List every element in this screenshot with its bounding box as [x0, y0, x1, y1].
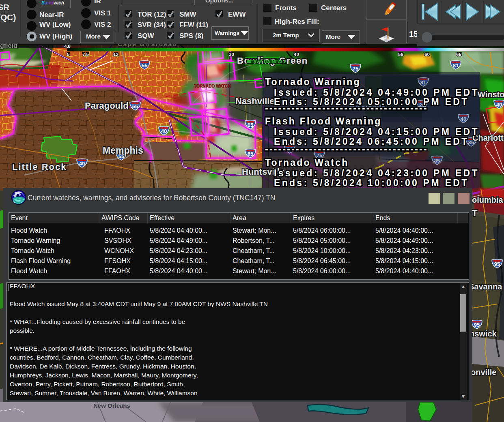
svg-text:55: 55	[132, 103, 138, 109]
svg-text:40: 40	[461, 116, 466, 122]
svg-text:60: 60	[424, 52, 430, 57]
svg-text:TORNADO WATCH: TORNADO WATCH	[194, 84, 231, 88]
svg-text:Ends: 5/8/2024 10:00:00 PM EDT: Ends: 5/8/2024 10:00:00 PM EDT	[274, 178, 469, 188]
svg-text:Tornado Warning: Tornado Warning	[265, 77, 361, 87]
svg-text:T: T	[472, 208, 478, 218]
svg-text:55: 55	[142, 62, 147, 69]
svg-text:------------------------------: -------------------------------------	[265, 144, 428, 154]
svg-text:Issued: 5/8/2024 04:15:00 PM E: Issued: 5/8/2024 04:15:00 PM EDT	[274, 126, 479, 137]
svg-text:4.8: 4.8	[64, 44, 71, 49]
svg-text:81: 81	[453, 62, 459, 69]
svg-text:56: 56	[398, 52, 403, 57]
svg-text:30: 30	[229, 52, 234, 57]
svg-text:65: 65	[248, 151, 253, 157]
svg-text:Paragould: Paragould	[85, 101, 129, 111]
svg-text:7.5: 7.5	[82, 52, 89, 57]
svg-text:65: 65	[456, 52, 461, 57]
svg-text:gfield: gfield	[0, 43, 17, 49]
svg-text:Tornado Watch: Tornado Watch	[265, 157, 349, 168]
svg-text:nswick: nswick	[470, 329, 497, 338]
svg-text:85: 85	[434, 158, 440, 164]
svg-text:New Orleans: New Orleans	[93, 402, 130, 409]
svg-text:75: 75	[353, 66, 358, 72]
svg-text:onville: onville	[471, 368, 496, 377]
svg-text:5: 5	[67, 52, 70, 57]
svg-text:------------------------------: -------------------------------------	[265, 103, 428, 114]
svg-text:95: 95	[474, 322, 480, 328]
svg-text:40: 40	[496, 102, 502, 108]
svg-text:12: 12	[113, 52, 118, 57]
svg-text:Little Rock: Little Rock	[12, 162, 67, 172]
svg-text:olumbia: olumbia	[472, 195, 504, 204]
svg-text:65: 65	[248, 122, 253, 128]
svg-text:Memphis: Memphis	[103, 145, 143, 156]
svg-text:Winston: Winston	[478, 90, 504, 99]
svg-text:Flash Flood Warning: Flash Flood Warning	[265, 116, 381, 126]
svg-text:40: 40	[79, 161, 85, 167]
svg-text:40: 40	[161, 128, 167, 134]
svg-text:81: 81	[420, 79, 426, 86]
svg-text:Savanna: Savanna	[469, 282, 502, 291]
svg-text:95: 95	[494, 261, 500, 267]
svg-text:HEAVY RAINFALL: HEAVY RAINFALL	[247, 59, 287, 64]
svg-text:Issued: 5/8/2024 04:23:00 PM E: Issued: 5/8/2024 04:23:00 PM EDT	[274, 168, 479, 178]
